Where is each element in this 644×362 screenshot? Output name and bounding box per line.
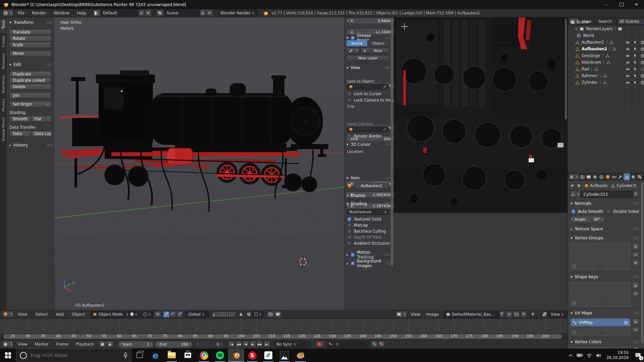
tab-physics[interactable]: Physics — [0, 97, 7, 115]
lock-to-object-field[interactable] — [346, 84, 389, 89]
selectability-icon[interactable] — [633, 74, 637, 78]
hide-icon[interactable] — [626, 67, 630, 71]
drag-dots-icon[interactable] — [385, 253, 390, 256]
pin-icon[interactable] — [570, 184, 574, 188]
list-resize-grip[interactable] — [597, 266, 604, 268]
drag-dots-icon[interactable] — [634, 341, 639, 343]
lock-to-cursor-checkbox[interactable] — [347, 92, 352, 96]
shade-smooth-button[interactable]: Smooth — [9, 116, 31, 122]
frame-start-field[interactable]: Start:1 — [118, 341, 153, 348]
lock-camera-checkbox[interactable] — [347, 98, 352, 103]
lock-icon[interactable] — [239, 312, 243, 316]
panel-edit-header[interactable]: Edit — [9, 62, 52, 67]
add-vertex-group-button[interactable]: + — [632, 243, 639, 250]
snap-magnet-icon[interactable] — [247, 312, 251, 317]
timeline-grid-area[interactable] — [0, 318, 568, 334]
timeline-ruler[interactable]: 2530354045505560657075808590951001051101… — [0, 334, 568, 340]
remove-vertex-group-button[interactable]: − — [632, 252, 639, 258]
translate-button[interactable]: Translate — [9, 29, 51, 35]
tray-wifi-icon[interactable] — [586, 353, 593, 358]
depth-of-field-row[interactable]: Depth Of Field — [347, 235, 381, 240]
breadcrumb-data[interactable]: Cylinder.0 — [616, 183, 636, 188]
duplicate-button[interactable]: Duplicate — [9, 71, 51, 77]
outliner-row-object[interactable]: Zylinder| — [575, 79, 644, 86]
join-button[interactable]: Join — [9, 93, 51, 99]
timeline-playback-menu[interactable]: Playback — [74, 342, 96, 347]
object-menu[interactable]: Object — [70, 312, 87, 317]
open-image-button[interactable] — [513, 311, 520, 318]
screen-layout-icon-button[interactable] — [93, 10, 101, 16]
taskbar-app-photos[interactable] — [276, 349, 292, 362]
drag-dots-icon[interactable] — [634, 276, 639, 278]
motion-tracking-panel-header[interactable]: Motion Tracking — [346, 250, 390, 259]
uv-image-menu[interactable]: Image — [425, 312, 441, 317]
uv-display-view-select[interactable]: View — [548, 311, 568, 318]
tray-battery-icon[interactable] — [576, 353, 584, 357]
gp-object-tab[interactable]: Object — [367, 40, 389, 46]
drag-dots-icon[interactable] — [385, 177, 390, 179]
tab-animation[interactable]: Animation — [0, 74, 7, 96]
ambient-occlusion-checkbox[interactable] — [347, 241, 352, 246]
add-layout-button[interactable]: + — [138, 10, 145, 16]
outliner-row-object[interactable]: Aufbauten1| — [575, 39, 644, 46]
shape-keys-panel-header[interactable]: Shape Keys — [571, 275, 639, 279]
remove-shape-key-button[interactable]: − — [632, 291, 639, 297]
image-datablock-field[interactable]: DefaultMaterial_Bas... — [444, 311, 499, 318]
taskbar-app-notepadpp[interactable] — [260, 349, 276, 362]
auto-keyframe-record-button[interactable] — [316, 341, 324, 348]
scroll-zoom-handle[interactable] — [443, 334, 448, 339]
outliner-row-object-active[interactable]: Aufbauten2| — [575, 46, 644, 52]
scene-field[interactable]: Scene — [164, 10, 200, 16]
render-visibility-icon[interactable] — [641, 40, 644, 45]
tab-object-data[interactable] — [624, 173, 630, 180]
3d-cursor-panel-header[interactable]: 3D Cursor — [346, 142, 390, 147]
uv-editor-scrollbar[interactable] — [565, 19, 567, 119]
double-sided-row[interactable]: Double Sided — [606, 209, 639, 214]
render-opengl-button[interactable] — [267, 311, 274, 318]
uvmap-row-selected[interactable]: UVMap — [571, 319, 630, 326]
gp-new-button[interactable]: +New — [361, 48, 389, 54]
selectability-icon[interactable] — [633, 47, 637, 51]
local-camera-field[interactable] — [346, 126, 389, 132]
render-visibility-icon[interactable] — [641, 80, 644, 85]
mirror-button[interactable]: Mirror — [9, 51, 51, 57]
display-panel-header[interactable]: Display — [346, 193, 390, 198]
menu-window[interactable]: Window — [52, 11, 71, 15]
render-visibility-icon[interactable] — [641, 74, 644, 78]
drag-dots-icon[interactable] — [634, 237, 639, 239]
taskbar-app-store[interactable] — [180, 349, 196, 362]
uv-image-editor[interactable] — [394, 17, 568, 310]
render-visibility-icon[interactable] — [641, 47, 644, 51]
action-center-button[interactable]: 3 — [632, 349, 644, 362]
prev-keyframe-button[interactable]: ◀◀ — [235, 341, 242, 348]
use-preview-range-button[interactable] — [99, 341, 106, 348]
manipulator-translate-button[interactable] — [163, 311, 170, 318]
depth-of-field-checkbox[interactable] — [347, 235, 352, 240]
3d-viewport[interactable]: y User Ortho Meters (0) Aufbauten2 — [54, 17, 344, 310]
npanel-scrollbar[interactable] — [391, 18, 393, 266]
cortana-search-box[interactable] — [16, 349, 131, 362]
menu-help[interactable]: Help — [75, 11, 88, 15]
tab-modifiers[interactable] — [617, 173, 624, 180]
drag-dots-icon[interactable] — [47, 63, 52, 66]
duplicate-linked-button[interactable]: Duplicate Linked — [9, 77, 51, 83]
tab-object[interactable] — [604, 173, 611, 180]
tab-tools[interactable]: Tools — [0, 19, 7, 33]
drag-dots-icon[interactable] — [385, 202, 390, 205]
selectability-icon[interactable] — [633, 67, 637, 71]
matcap-checkbox[interactable] — [347, 223, 352, 228]
search-input[interactable] — [30, 352, 120, 358]
drag-dots-icon[interactable] — [634, 228, 639, 230]
timeline-view-menu[interactable]: View — [16, 342, 29, 347]
maximize-button[interactable] — [614, 0, 629, 9]
auto-smooth-angle-field[interactable]: Angle:30° — [571, 217, 604, 222]
delete-scene-button[interactable]: ✕ — [206, 10, 213, 16]
filter-plus-icon[interactable]: + — [572, 264, 576, 268]
data-transfer-layout-button[interactable]: Data Layo — [31, 131, 52, 137]
selectability-icon[interactable] — [633, 54, 637, 58]
outliner-row-object[interactable]: Rad| — [575, 66, 644, 72]
vertex-group-specials-button[interactable] — [632, 260, 639, 266]
data-transfer-data-button[interactable]: Data — [9, 131, 31, 137]
expander-icon[interactable] — [575, 27, 578, 31]
textured-solid-checkbox[interactable] — [347, 217, 352, 222]
